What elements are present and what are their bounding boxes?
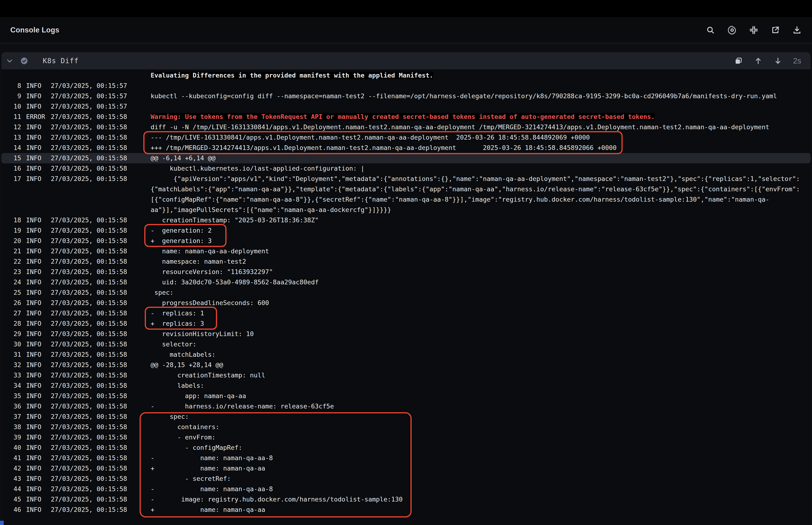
arrow-up-icon[interactable]: [753, 56, 763, 65]
line-number[interactable]: 23: [1, 267, 21, 277]
line-number[interactable]: 16: [1, 163, 21, 174]
log-row: 12INFO27/03/2025, 00:15:58diff -u -N /tm…: [1, 122, 811, 132]
log-level: INFO: [26, 453, 51, 463]
line-number[interactable]: 43: [1, 474, 21, 484]
line-number[interactable]: 9: [1, 91, 21, 101]
log-timestamp: 27/03/2025, 00:15:58: [51, 174, 151, 184]
log-row: 32INFO27/03/2025, 00:15:58@@ -28,15 +28,…: [1, 360, 811, 370]
log-timestamp: 27/03/2025, 00:15:58: [51, 370, 151, 380]
log-level: INFO: [26, 298, 51, 308]
search-icon[interactable]: [706, 25, 715, 35]
log-timestamp: 27/03/2025, 00:15:58: [51, 422, 151, 432]
copy-icon[interactable]: [734, 56, 743, 65]
log-message: + name: naman-qa-aa: [151, 463, 265, 474]
log-timestamp: 27/03/2025, 00:15:58: [51, 318, 151, 329]
log-message: aa"}],"imagePullSecrets":[{"name":"naman…: [151, 205, 391, 215]
line-number[interactable]: 30: [1, 339, 21, 349]
log-row: 9INFO27/03/2025, 00:15:57kubectl --kubec…: [1, 91, 811, 101]
log-timestamp: 27/03/2025, 00:15:58: [51, 494, 151, 505]
log-timestamp: 27/03/2025, 00:15:58: [51, 401, 151, 411]
log-row: 28INFO27/03/2025, 00:15:58+ replicas: 3: [1, 318, 811, 329]
line-number[interactable]: 32: [1, 360, 21, 370]
log-message: selector:: [151, 339, 196, 349]
chevron-down-icon[interactable]: [6, 57, 14, 65]
line-number[interactable]: 13: [1, 132, 21, 142]
line-number[interactable]: 41: [1, 453, 21, 463]
log-row: 44INFO27/03/2025, 00:15:58- name: naman-…: [1, 484, 811, 494]
log-level: INFO: [26, 422, 51, 432]
log-level: INFO: [26, 318, 51, 329]
line-number[interactable]: 17: [1, 174, 21, 184]
log-row: 10INFO27/03/2025, 00:15:57: [1, 101, 811, 111]
log-timestamp: 27/03/2025, 00:15:58: [51, 380, 151, 391]
log-message: Warning: Use tokens from the TokenReques…: [151, 111, 655, 122]
line-number[interactable]: 21: [1, 246, 21, 256]
line-number[interactable]: 40: [1, 442, 21, 453]
log-level: INFO: [26, 267, 51, 277]
line-number: [1, 70, 21, 80]
line-number[interactable]: 39: [1, 432, 21, 442]
log-level: INFO: [26, 505, 51, 515]
log-row: 41INFO27/03/2025, 00:15:58- name: naman-…: [1, 453, 811, 463]
log-timestamp: 27/03/2025, 00:15:58: [51, 484, 151, 494]
line-number[interactable]: 27: [1, 308, 21, 318]
line-number[interactable]: 33: [1, 370, 21, 380]
log-row: 30INFO27/03/2025, 00:15:58 selector:: [1, 339, 811, 349]
line-number[interactable]: 34: [1, 380, 21, 391]
download-icon[interactable]: [792, 25, 802, 35]
line-number[interactable]: 10: [1, 101, 21, 111]
line-number[interactable]: 46: [1, 505, 21, 515]
line-number[interactable]: 44: [1, 484, 21, 494]
line-number[interactable]: 22: [1, 256, 21, 267]
line-number[interactable]: 24: [1, 277, 21, 287]
arrow-down-icon[interactable]: [773, 56, 783, 65]
log-row: 27INFO27/03/2025, 00:15:58- replicas: 1: [1, 308, 811, 318]
line-number[interactable]: 31: [1, 349, 21, 360]
log-timestamp: 27/03/2025, 00:15:57: [51, 101, 151, 111]
collapse-icon[interactable]: [749, 25, 759, 35]
log-message: creationTimestamp: "2025-03-26T18:36:38Z…: [151, 215, 319, 225]
line-number[interactable]: 12: [1, 122, 21, 132]
log-level: INFO: [26, 132, 51, 142]
log-row: 21INFO27/03/2025, 00:15:58 name: naman-q…: [1, 246, 811, 256]
line-number[interactable]: 26: [1, 298, 21, 308]
line-number[interactable]: 20: [1, 236, 21, 246]
log-level: ERROR: [26, 111, 51, 122]
line-number[interactable]: 38: [1, 422, 21, 432]
console-logs-header: Console Logs: [0, 17, 812, 44]
line-number[interactable]: 36: [1, 401, 21, 411]
log-row: 40INFO27/03/2025, 00:15:58 - configMapRe…: [1, 442, 811, 453]
log-timestamp: 27/03/2025, 00:15:58: [51, 349, 151, 360]
line-number[interactable]: 37: [1, 411, 21, 422]
log-timestamp: [51, 184, 151, 194]
line-number[interactable]: 8: [1, 80, 21, 91]
log-message: creationTimestamp: null: [151, 370, 265, 380]
line-number[interactable]: 42: [1, 463, 21, 474]
log-message: namespace: naman-test2: [151, 256, 246, 267]
log-message: revisionHistoryLimit: 10: [151, 329, 254, 339]
log-timestamp: 27/03/2025, 00:15:58: [51, 308, 151, 318]
log-message: progressDeadlineSeconds: 600: [151, 298, 269, 308]
line-number[interactable]: 19: [1, 225, 21, 236]
k8s-diff-step-header[interactable]: K8s Diff 2s: [1, 52, 811, 69]
line-number[interactable]: 18: [1, 215, 21, 225]
log-level: INFO: [26, 463, 51, 474]
log-timestamp: 27/03/2025, 00:15:57: [51, 80, 151, 91]
log-timestamp: 27/03/2025, 00:15:58: [51, 329, 151, 339]
line-number[interactable]: 35: [1, 391, 21, 401]
log-row: 11ERROR27/03/2025, 00:15:58Warning: Use …: [1, 111, 811, 122]
log-body[interactable]: Evaluating Differences in the provided m…: [1, 69, 811, 515]
line-number[interactable]: 25: [1, 287, 21, 298]
log-message: resourceVersion: "1163932297": [151, 267, 273, 277]
line-number[interactable]: 29: [1, 329, 21, 339]
open-in-new-icon[interactable]: [771, 25, 780, 35]
log-level: INFO: [26, 442, 51, 453]
log-message: app: naman-qa-aa: [151, 391, 246, 401]
line-number[interactable]: 28: [1, 318, 21, 329]
line-number[interactable]: 14: [1, 142, 21, 153]
log-level: INFO: [26, 163, 51, 174]
settings-gear-icon[interactable]: [727, 25, 737, 35]
line-number[interactable]: 11: [1, 111, 21, 122]
line-number[interactable]: 15: [1, 153, 21, 163]
line-number[interactable]: 45: [1, 494, 21, 505]
